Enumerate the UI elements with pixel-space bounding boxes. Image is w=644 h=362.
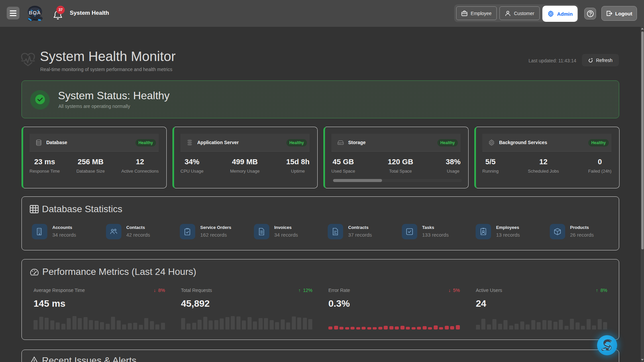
svg-text:BOA: BOA: [29, 10, 41, 15]
